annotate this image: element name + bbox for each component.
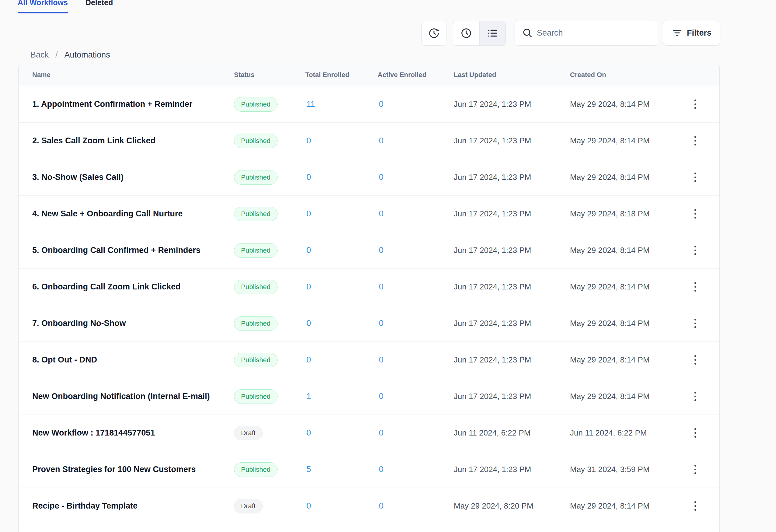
breadcrumb-separator: / bbox=[55, 50, 58, 60]
table-row[interactable]: Recipe - Birthday Template Draft 0 0 May… bbox=[19, 488, 719, 524]
column-header-created-on: Created On bbox=[570, 71, 682, 79]
created-on-value: May 29 2024, 8:14 PM bbox=[570, 355, 682, 365]
table-row[interactable]: New Onboarding Notification (Internal E-… bbox=[19, 378, 719, 415]
row-actions-menu-button[interactable] bbox=[688, 280, 703, 294]
kebab-icon bbox=[695, 245, 696, 247]
row-actions-menu-button[interactable] bbox=[688, 170, 703, 185]
row-actions-menu-button[interactable] bbox=[688, 316, 703, 331]
total-enrolled-value[interactable]: 0 bbox=[305, 319, 378, 328]
kebab-icon bbox=[695, 465, 696, 467]
total-enrolled-value[interactable]: 5 bbox=[305, 465, 378, 474]
status-badge: Published bbox=[234, 280, 277, 294]
search-icon bbox=[522, 28, 533, 38]
active-enrolled-value[interactable]: 0 bbox=[378, 209, 454, 218]
table-row[interactable]: 6. Onboarding Call Zoom Link Clicked Pub… bbox=[19, 269, 719, 305]
created-on-value: May 29 2024, 8:14 PM bbox=[570, 282, 682, 292]
workflow-name: 8. Opt Out - DND bbox=[32, 355, 234, 365]
tab-all-workflows[interactable]: All Workflows bbox=[18, 0, 68, 13]
table-row[interactable]: 7. Onboarding No-Show Published 0 0 Jun … bbox=[19, 305, 719, 342]
view-toggle-history-segment[interactable] bbox=[453, 21, 479, 45]
row-actions-menu-button[interactable] bbox=[688, 499, 703, 513]
created-on-value: May 29 2024, 8:14 PM bbox=[570, 245, 682, 255]
tab-deleted[interactable]: Deleted bbox=[85, 0, 113, 13]
last-updated-value: Jun 17 2024, 1:23 PM bbox=[454, 209, 570, 218]
table-row[interactable]: Proven Strategies for 100 New Customers … bbox=[19, 451, 719, 488]
row-actions-menu-button[interactable] bbox=[688, 134, 703, 148]
view-toggle bbox=[453, 21, 506, 46]
last-updated-value: Jun 17 2024, 1:23 PM bbox=[454, 173, 570, 182]
active-enrolled-value[interactable]: 0 bbox=[378, 465, 454, 474]
created-on-value: May 29 2024, 8:14 PM bbox=[570, 173, 682, 182]
total-enrolled-value[interactable]: 1 bbox=[305, 392, 378, 401]
filters-button-label: Filters bbox=[687, 28, 712, 38]
active-enrolled-value[interactable]: 0 bbox=[378, 355, 454, 365]
table-row[interactable]: 4. New Sale + Onboarding Call Nurture Pu… bbox=[19, 196, 719, 232]
status-badge: Published bbox=[234, 353, 277, 367]
table-row[interactable]: 2. Sales Call Zoom Link Clicked Publishe… bbox=[19, 123, 719, 159]
breadcrumb: Back / Automations bbox=[30, 50, 110, 60]
row-actions-menu-button[interactable] bbox=[688, 426, 703, 440]
search-field bbox=[515, 20, 658, 46]
created-on-value: May 29 2024, 8:14 PM bbox=[570, 501, 682, 511]
row-actions-menu-button[interactable] bbox=[688, 97, 703, 112]
last-updated-value: Jun 17 2024, 1:23 PM bbox=[454, 282, 570, 292]
last-updated-value: Jun 17 2024, 1:23 PM bbox=[454, 319, 570, 328]
column-header-last-updated: Last Updated bbox=[454, 71, 570, 79]
status-badge: Draft bbox=[234, 499, 263, 513]
active-enrolled-value[interactable]: 0 bbox=[378, 136, 454, 146]
filters-button[interactable]: Filters bbox=[663, 20, 720, 46]
clock-history-icon bbox=[428, 27, 440, 39]
last-updated-value: Jun 17 2024, 1:23 PM bbox=[454, 245, 570, 255]
total-enrolled-value[interactable]: 0 bbox=[305, 173, 378, 182]
active-enrolled-value[interactable]: 0 bbox=[378, 245, 454, 255]
search-input[interactable] bbox=[537, 28, 651, 38]
workflow-name: 7. Onboarding No-Show bbox=[32, 319, 234, 328]
table-row[interactable]: 3. No-Show (Sales Call) Published 0 0 Ju… bbox=[19, 159, 719, 196]
view-toggle-list-segment[interactable] bbox=[479, 21, 506, 45]
workflow-name: New Workflow : 1718144577051 bbox=[32, 428, 234, 437]
total-enrolled-value[interactable]: 0 bbox=[305, 501, 378, 511]
row-actions-menu-button[interactable] bbox=[688, 243, 703, 258]
kebab-icon bbox=[695, 355, 696, 357]
active-enrolled-value[interactable]: 0 bbox=[378, 501, 454, 511]
total-enrolled-value[interactable]: 0 bbox=[305, 209, 378, 218]
row-actions-menu-button[interactable] bbox=[688, 462, 703, 477]
total-enrolled-value[interactable]: 0 bbox=[305, 136, 378, 146]
workflow-name: 5. Onboarding Call Confirmed + Reminders bbox=[32, 245, 234, 255]
table-row[interactable]: New Workflow : 1718144577051 Draft 0 0 J… bbox=[19, 415, 719, 451]
total-enrolled-value[interactable]: 11 bbox=[305, 100, 378, 109]
last-updated-value: Jun 17 2024, 1:23 PM bbox=[454, 136, 570, 146]
active-enrolled-value[interactable]: 0 bbox=[378, 100, 454, 109]
workflow-name: Recipe - Birthday Template bbox=[32, 501, 234, 511]
active-enrolled-value[interactable]: 0 bbox=[378, 282, 454, 292]
workflow-name: 1. Appointment Confirmation + Reminder bbox=[32, 100, 234, 109]
last-updated-value: Jun 17 2024, 1:23 PM bbox=[454, 465, 570, 474]
enrollment-history-button[interactable] bbox=[421, 21, 446, 46]
active-enrolled-value[interactable]: 0 bbox=[378, 173, 454, 182]
breadcrumb-current: Automations bbox=[64, 50, 110, 60]
breadcrumb-back-link[interactable]: Back bbox=[30, 50, 49, 60]
status-badge: Published bbox=[234, 134, 277, 148]
table-row[interactable]: 1. Appointment Confirmation + Reminder P… bbox=[19, 86, 719, 123]
total-enrolled-value[interactable]: 0 bbox=[305, 282, 378, 292]
total-enrolled-value[interactable]: 0 bbox=[305, 245, 378, 255]
status-badge: Published bbox=[234, 316, 277, 331]
created-on-value: Jun 11 2024, 6:22 PM bbox=[570, 428, 682, 437]
row-actions-menu-button[interactable] bbox=[688, 353, 703, 367]
tab-all-workflows-label: All Workflows bbox=[18, 0, 68, 7]
total-enrolled-value[interactable]: 0 bbox=[305, 428, 378, 437]
row-actions-menu-button[interactable] bbox=[688, 207, 703, 221]
row-actions-menu-button[interactable] bbox=[688, 389, 703, 404]
active-enrolled-value[interactable]: 0 bbox=[378, 428, 454, 437]
table-row[interactable]: 8. Opt Out - DND Published 0 0 Jun 17 20… bbox=[19, 342, 719, 378]
total-enrolled-value[interactable]: 0 bbox=[305, 355, 378, 365]
created-on-value: May 29 2024, 8:14 PM bbox=[570, 392, 682, 401]
table-row[interactable]: 5. Onboarding Call Confirmed + Reminders… bbox=[19, 232, 719, 269]
active-enrolled-value[interactable]: 0 bbox=[378, 319, 454, 328]
kebab-icon bbox=[695, 100, 696, 101]
last-updated-value: Jun 17 2024, 1:23 PM bbox=[454, 355, 570, 365]
kebab-icon bbox=[695, 209, 696, 211]
status-badge: Published bbox=[234, 97, 277, 112]
active-enrolled-value[interactable]: 0 bbox=[378, 392, 454, 401]
status-badge: Published bbox=[234, 243, 277, 258]
